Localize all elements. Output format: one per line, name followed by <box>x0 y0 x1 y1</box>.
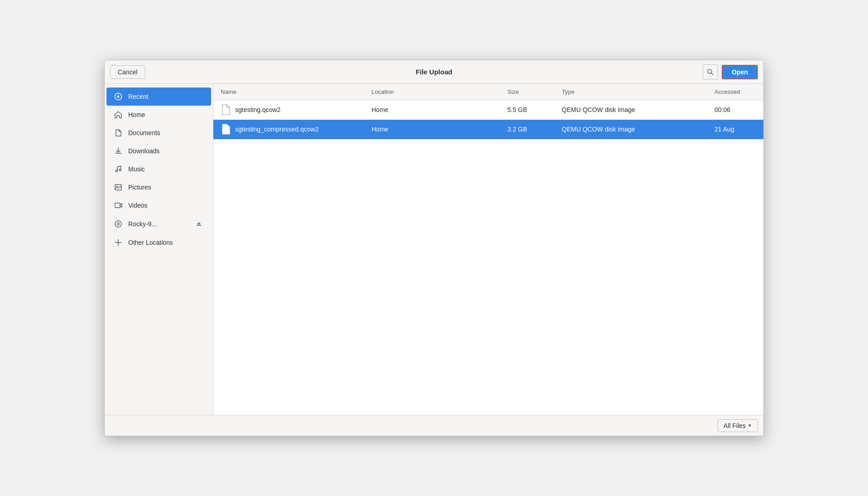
disk-icon <box>114 219 123 229</box>
dialog-footer: All Files ▼ <box>105 415 763 436</box>
dialog-header: Cancel File Upload Open <box>105 60 763 84</box>
cell-type-1: QEMU QCOW disk image <box>556 102 709 117</box>
sidebar-item-music[interactable]: Music <box>106 160 211 178</box>
sidebar-item-other-label: Other Locations <box>128 239 204 246</box>
table-body: sgtesting.qcow2 Home 5.5 GB QEMU QCOW di… <box>213 100 763 415</box>
eject-button[interactable] <box>194 219 204 229</box>
header-right: Open <box>703 64 758 80</box>
filter-label: All Files <box>723 422 746 429</box>
svg-point-5 <box>119 169 121 171</box>
file-icon-1 <box>221 104 231 116</box>
sidebar-item-recent-label: Recent <box>128 93 204 100</box>
table-header: Name Location Size Type Accessed <box>213 84 763 100</box>
sidebar-item-documents-label: Documents <box>128 129 204 136</box>
sidebar: Recent Home Documents <box>105 84 213 415</box>
sidebar-item-videos[interactable]: Videos <box>106 196 211 214</box>
pictures-icon <box>114 183 123 192</box>
cell-location-1: Home <box>366 102 502 117</box>
file-area: Name Location Size Type Accessed <box>213 84 763 415</box>
sidebar-item-rocky[interactable]: Rocky-9... <box>106 214 211 233</box>
sidebar-item-rocky-label: Rocky-9... <box>128 220 188 228</box>
sidebar-item-home-label: Home <box>128 111 204 118</box>
svg-rect-8 <box>115 203 120 208</box>
home-icon <box>114 110 123 119</box>
other-locations-icon <box>114 238 123 247</box>
header-left: Cancel <box>110 65 145 79</box>
table-row[interactable]: sgtesting_compressed.qcow2 Home 3.2 GB Q… <box>213 120 763 139</box>
cell-size-1: 5.5 GB <box>502 102 556 117</box>
sidebar-item-downloads-label: Downloads <box>128 147 204 155</box>
svg-point-7 <box>116 186 118 187</box>
sidebar-item-recent[interactable]: Recent <box>106 88 211 106</box>
search-button[interactable] <box>703 64 718 80</box>
sidebar-item-videos-label: Videos <box>128 202 204 209</box>
cancel-button[interactable]: Cancel <box>110 65 145 79</box>
svg-point-10 <box>117 223 120 225</box>
cell-name-1: sgtesting.qcow2 <box>213 100 366 119</box>
col-header-type[interactable]: Type <box>556 84 709 100</box>
sidebar-item-pictures-label: Pictures <box>128 184 204 191</box>
svg-rect-6 <box>115 185 121 190</box>
downloads-icon <box>114 146 123 156</box>
cell-name-2: sgtesting_compressed.qcow2 <box>213 120 366 139</box>
col-header-accessed[interactable]: Accessed <box>709 84 763 100</box>
col-header-name[interactable]: Name <box>213 84 366 100</box>
sidebar-item-music-label: Music <box>128 165 204 173</box>
filter-dropdown[interactable]: All Files ▼ <box>718 419 758 432</box>
search-icon <box>707 68 714 76</box>
music-icon <box>114 165 123 174</box>
cell-size-2: 3.2 GB <box>502 122 556 136</box>
col-header-size[interactable]: Size <box>502 84 556 100</box>
svg-point-3 <box>117 96 120 98</box>
sidebar-item-downloads[interactable]: Downloads <box>106 142 211 160</box>
filter-arrow-icon: ▼ <box>747 423 752 428</box>
sidebar-item-pictures[interactable]: Pictures <box>106 178 211 196</box>
sidebar-item-documents[interactable]: Documents <box>106 124 211 142</box>
cell-accessed-1: 00:06 <box>709 102 763 117</box>
videos-icon <box>114 201 123 210</box>
sidebar-item-other-locations[interactable]: Other Locations <box>106 233 211 252</box>
documents-icon <box>114 128 123 137</box>
file-icon-2 <box>221 123 231 135</box>
svg-point-9 <box>115 221 121 227</box>
cell-accessed-2: 21 Aug <box>709 122 763 136</box>
svg-line-1 <box>711 73 713 75</box>
open-button[interactable]: Open <box>722 65 758 79</box>
file-upload-dialog: Cancel File Upload Open <box>104 60 764 436</box>
sidebar-item-home[interactable]: Home <box>106 106 211 124</box>
dialog-title: File Upload <box>416 68 453 76</box>
svg-point-4 <box>116 170 117 172</box>
table-row[interactable]: sgtesting.qcow2 Home 5.5 GB QEMU QCOW di… <box>213 100 763 120</box>
dialog-content: Recent Home Documents <box>105 84 763 415</box>
cell-location-2: Home <box>366 122 502 136</box>
col-header-location[interactable]: Location <box>366 84 502 100</box>
cell-type-2: QEMU QCOW disk image <box>556 122 709 136</box>
recent-icon <box>114 92 123 101</box>
